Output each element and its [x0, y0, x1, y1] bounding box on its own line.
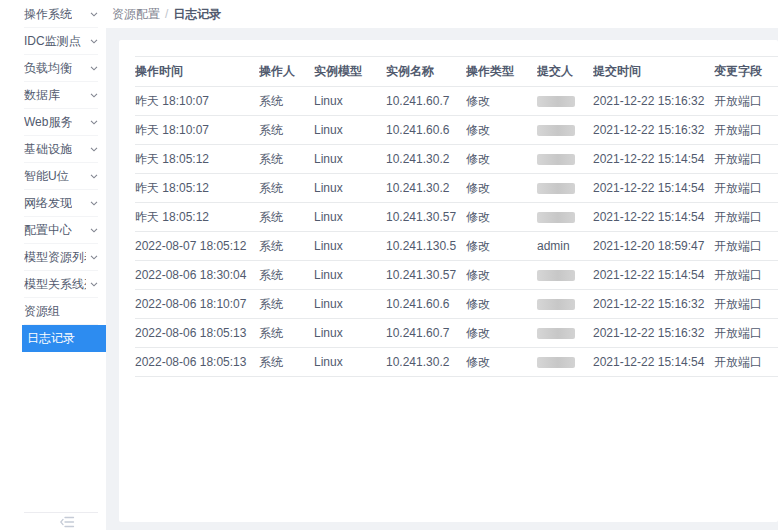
redacted-submitter [537, 270, 575, 281]
menu-fold-icon[interactable] [60, 516, 75, 528]
cell-time: 昨天 18:05:12 [135, 174, 259, 203]
cell-operator: 系统 [259, 232, 314, 261]
chevron-down-icon [90, 120, 98, 125]
sidebar-item-1[interactable]: IDC监测点 [24, 28, 98, 55]
sidebar-item-8[interactable]: 配置中心 [24, 217, 98, 244]
app-root: 操作系统 IDC监测点 负载均衡 数据库 Web [0, 0, 778, 530]
sidebar-item-3[interactable]: 数据库 [24, 82, 98, 109]
sidebar-item-5[interactable]: 基础设施 [24, 136, 98, 163]
cell-submitter [537, 174, 593, 203]
chevron-down-icon [90, 39, 98, 44]
sidebar-item-9[interactable]: 模型资源列表 [24, 244, 98, 271]
cell-time: 昨天 18:05:12 [135, 203, 259, 232]
redacted-submitter [537, 183, 575, 194]
cell-model: Linux [314, 232, 386, 261]
breadcrumb-separator: / [165, 7, 168, 21]
sidebar-item-label: IDC监测点 [24, 33, 81, 50]
column-header-5: 提交人 [537, 57, 593, 87]
breadcrumb-section[interactable]: 资源配置 [112, 6, 160, 23]
cell-model: Linux [314, 319, 386, 348]
column-header-4: 操作类型 [466, 57, 537, 87]
cell-instance: 10.241.60.6 [386, 116, 466, 145]
sidebar-item-10[interactable]: 模型关系线列.. [24, 271, 98, 298]
cell-operator: 系统 [259, 348, 314, 377]
chevron-down-icon [90, 93, 98, 98]
cell-field: 开放端口 [714, 145, 778, 174]
sidebar-item-6[interactable]: 智能U位 [24, 163, 98, 190]
cell-submit_time: 2021-12-22 15:16:32 [593, 290, 714, 319]
cell-model: Linux [314, 203, 386, 232]
cell-field: 开放端口 [714, 203, 778, 232]
cell-action: 修改 [466, 116, 537, 145]
cell-submitter [537, 145, 593, 174]
cell-time: 2022-08-06 18:05:13 [135, 348, 259, 377]
sidebar-item-label: 智能U位 [24, 168, 69, 185]
table-row: 昨天 18:10:07系统Linux10.241.60.7修改2021-12-2… [135, 87, 778, 116]
table-row: 昨天 18:10:07系统Linux10.241.60.6修改2021-12-2… [135, 116, 778, 145]
table-row: 2022-08-06 18:05:13系统Linux10.241.30.2修改2… [135, 348, 778, 377]
cell-submit_time: 2021-12-22 15:14:54 [593, 174, 714, 203]
chevron-down-icon [90, 66, 98, 71]
sidebar-item-12-active[interactable]: 日志记录 [22, 325, 106, 352]
cell-submit_time: 2021-12-22 15:14:54 [593, 203, 714, 232]
chevron-down-icon [90, 201, 98, 206]
table-row: 昨天 18:05:12系统Linux10.241.30.2修改2021-12-2… [135, 174, 778, 203]
sidebar-item-4[interactable]: Web服务 [24, 109, 98, 136]
sidebar-item-label: 操作系统 [24, 6, 72, 23]
log-table-card: 操作时间操作人实例模型实例名称操作类型提交人提交时间变更字段 昨天 18:10:… [119, 40, 778, 522]
cell-time: 昨天 18:05:12 [135, 145, 259, 174]
redacted-submitter [537, 154, 575, 165]
column-header-6: 提交时间 [593, 57, 714, 87]
cell-operator: 系统 [259, 290, 314, 319]
cell-submit_time: 2021-12-22 15:14:54 [593, 261, 714, 290]
cell-submitter [537, 203, 593, 232]
cell-model: Linux [314, 116, 386, 145]
cell-action: 修改 [466, 290, 537, 319]
content-area: 操作时间操作人实例模型实例名称操作类型提交人提交时间变更字段 昨天 18:10:… [106, 28, 778, 530]
cell-time: 2022-08-06 18:30:04 [135, 261, 259, 290]
chevron-down-icon [90, 228, 98, 233]
redacted-submitter [537, 328, 575, 339]
sidebar: 操作系统 IDC监测点 负载均衡 数据库 Web [0, 0, 106, 530]
cell-instance: 10.241.60.7 [386, 87, 466, 116]
cell-submitter [537, 290, 593, 319]
cell-operator: 系统 [259, 261, 314, 290]
cell-time: 2022-08-06 18:05:13 [135, 319, 259, 348]
sidebar-item-11[interactable]: 资源组 [24, 298, 98, 325]
sidebar-item-0[interactable]: 操作系统 [24, 1, 98, 28]
sidebar-item-label: 数据库 [24, 87, 60, 104]
table-row: 2022-08-07 18:05:12系统Linux10.241.130.5修改… [135, 232, 778, 261]
table-row: 2022-08-06 18:10:07系统Linux10.241.60.6修改2… [135, 290, 778, 319]
cell-field: 开放端口 [714, 290, 778, 319]
cell-submitter [537, 87, 593, 116]
cell-instance: 10.241.30.2 [386, 348, 466, 377]
cell-action: 修改 [466, 348, 537, 377]
log-table: 操作时间操作人实例模型实例名称操作类型提交人提交时间变更字段 昨天 18:10:… [135, 56, 778, 377]
cell-instance: 10.241.130.5 [386, 232, 466, 261]
cell-operator: 系统 [259, 203, 314, 232]
breadcrumb: 资源配置 / 日志记录 [106, 0, 778, 28]
column-header-1: 操作人 [259, 57, 314, 87]
cell-submitter [537, 348, 593, 377]
cell-time: 昨天 18:10:07 [135, 116, 259, 145]
cell-submit_time: 2021-12-22 15:16:32 [593, 87, 714, 116]
cell-action: 修改 [466, 174, 537, 203]
cell-field: 开放端口 [714, 319, 778, 348]
sidebar-item-label: 模型资源列表 [24, 249, 86, 266]
sidebar-footer [24, 512, 98, 530]
cell-model: Linux [314, 174, 386, 203]
column-header-7: 变更字段 [714, 57, 778, 87]
cell-instance: 10.241.60.6 [386, 290, 466, 319]
chevron-down-icon [90, 147, 98, 152]
cell-action: 修改 [466, 145, 537, 174]
cell-field: 开放端口 [714, 348, 778, 377]
cell-model: Linux [314, 348, 386, 377]
cell-operator: 系统 [259, 116, 314, 145]
chevron-down-icon [90, 174, 98, 179]
redacted-submitter [537, 357, 575, 368]
sidebar-item-7[interactable]: 网络发现 [24, 190, 98, 217]
sidebar-item-2[interactable]: 负载均衡 [24, 55, 98, 82]
cell-action: 修改 [466, 232, 537, 261]
cell-operator: 系统 [259, 319, 314, 348]
redacted-submitter [537, 125, 575, 136]
